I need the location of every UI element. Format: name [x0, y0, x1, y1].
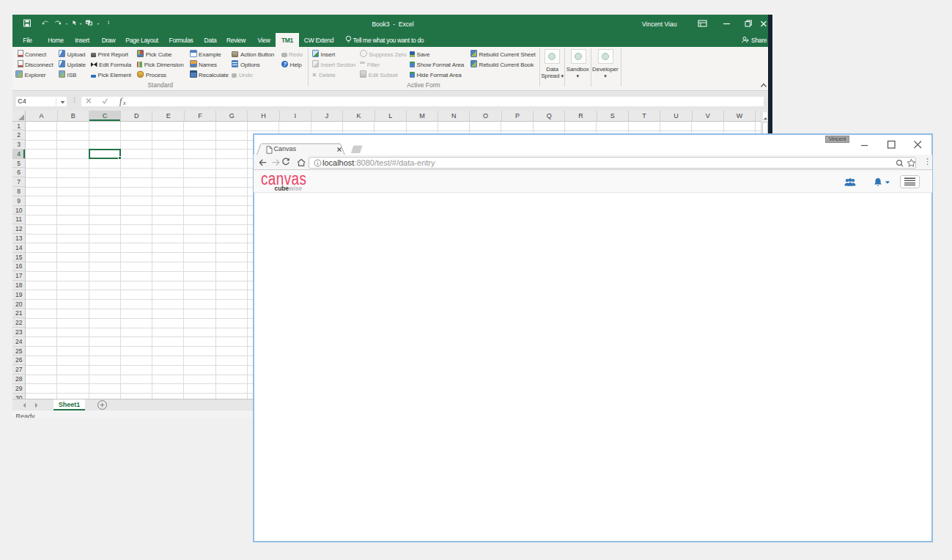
- svg-text:x: x: [122, 100, 126, 106]
